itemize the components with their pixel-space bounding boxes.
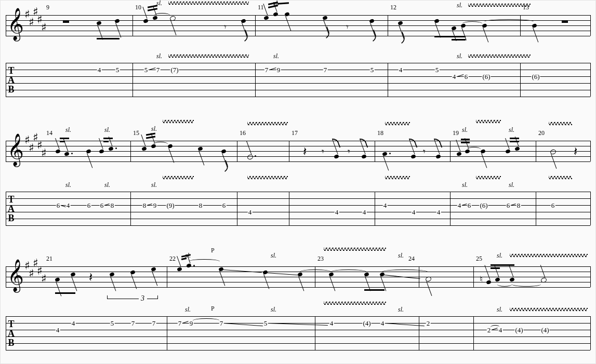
treble-clef-icon: 𝄞 [7, 261, 24, 289]
tab-fret: 4 [97, 66, 102, 73]
vibrato-icon [163, 120, 194, 123]
tab-fret: (6) [482, 73, 491, 80]
treble-clef-icon: 𝄞 [7, 136, 24, 164]
tab-fret: 6 [551, 202, 555, 209]
measure-number: 21 [46, 255, 52, 263]
slide-annotation: sl. [509, 181, 514, 189]
note [55, 149, 61, 154]
vibrato-icon [549, 122, 572, 125]
tab-fret: (4) [514, 327, 523, 333]
note [108, 146, 114, 152]
rest-quarter: 𝄽 [89, 272, 94, 283]
tab-fret: 9 [153, 202, 157, 209]
note [141, 146, 147, 152]
slide-annotation: sl. [398, 306, 404, 314]
tab-clef-letter: A [8, 329, 15, 338]
tie [189, 259, 220, 264]
slide-annotation: sl. [156, 52, 162, 60]
tab-fret: 4 [66, 202, 71, 209]
tab-fret: (4) [362, 320, 371, 327]
measure-number: 20 [538, 129, 545, 137]
tab-fret: 4 [380, 320, 385, 327]
tab-clef-letter: B [8, 85, 15, 94]
note [509, 277, 515, 282]
vibrato-icon [549, 176, 572, 179]
note [334, 154, 339, 159]
tab-fret: 7 [219, 320, 224, 327]
slide-annotation: sl. [271, 306, 276, 314]
rest-eighth: 𝄾 [423, 147, 428, 156]
note [263, 16, 269, 21]
tab-clef-icon: T A B [8, 319, 15, 347]
tie [462, 21, 482, 26]
tab-fret: (6) [479, 202, 488, 209]
vibrato-icon [510, 308, 588, 311]
tab-fret: 7 [323, 66, 328, 73]
slide-annotation: sl. [462, 181, 468, 189]
slide-annotation: sl. [104, 126, 110, 134]
slide-annotation: sl. [271, 252, 276, 260]
slide-annotation: sl. [273, 52, 279, 60]
vibrato-icon [476, 176, 501, 179]
note [550, 149, 557, 155]
pulloff-annotation: P [211, 247, 215, 254]
measure-number: 24 [408, 255, 415, 263]
tab-fret: 4 [436, 209, 441, 215]
note [364, 272, 369, 277]
measure-number: 11 [258, 4, 264, 11]
treble-clef-icon: 𝄞 [7, 10, 24, 38]
tab-1: T A B sl. sl. sl. 4 5 5 7 (7) [6, 63, 590, 97]
tab-clef-letter: T [8, 66, 15, 75]
slide-annotation: sl. [398, 252, 404, 260]
vibrato-icon [247, 176, 288, 179]
vibrato-icon [168, 2, 249, 5]
measure-number: 22 [169, 255, 176, 263]
note [64, 152, 70, 157]
slide-annotation: sl. [151, 125, 157, 133]
tab-fret: 7 [178, 320, 182, 327]
measure-number: 15 [133, 129, 139, 137]
slide-annotation: sl. [462, 126, 468, 134]
tie [153, 142, 168, 146]
measure-number: 9 [46, 4, 49, 11]
tie [497, 282, 512, 287]
rest-eighth: 𝄾 [346, 23, 351, 31]
note [495, 277, 500, 282]
tie [484, 19, 534, 24]
tie [193, 318, 220, 323]
rest-quarter: 𝄽 [574, 146, 579, 157]
system-3: 𝄞 ♯ ♯ ♯ ♯ ♯ 21 22 23 24 25 𝄽 [6, 250, 590, 354]
slide-annotation: sl. [65, 181, 71, 189]
note [86, 149, 91, 154]
note [143, 19, 149, 24]
vibrato-icon [168, 55, 249, 58]
measure-number: 23 [317, 255, 324, 263]
tab-clef-letter: T [8, 319, 15, 329]
tab-clef-icon: T A B [8, 195, 15, 223]
note [456, 152, 462, 157]
tab-fret: 8 [198, 202, 203, 209]
slide-annotation: sl. [497, 306, 502, 314]
note [410, 154, 416, 159]
note [361, 154, 367, 159]
measure-number: 16 [240, 129, 246, 137]
tab-fret: 4 [457, 202, 462, 209]
note [482, 23, 487, 29]
tab-fret: 7 [156, 66, 161, 73]
note [241, 19, 246, 24]
tab-fret: (9) [166, 202, 175, 209]
tab-fret: (4) [540, 327, 549, 333]
note [322, 16, 328, 21]
rest-half [63, 20, 69, 23]
note [96, 21, 102, 26]
tab-fret: (6) [531, 73, 540, 80]
vibrato-icon [324, 248, 386, 251]
tie [300, 269, 331, 274]
tab-fret: 4 [335, 209, 339, 215]
system-1: 𝄞 ♯ ♯ ♯ ♯ ♯ 9 10 11 12 13 [6, 5, 590, 103]
rest-half [562, 20, 568, 23]
note [284, 12, 290, 17]
tab-fret: 6 [222, 202, 227, 209]
tab-2: T A B sl. sl. sl. sl. sl. 6 [6, 192, 590, 225]
tab-fret: (7) [170, 66, 179, 73]
